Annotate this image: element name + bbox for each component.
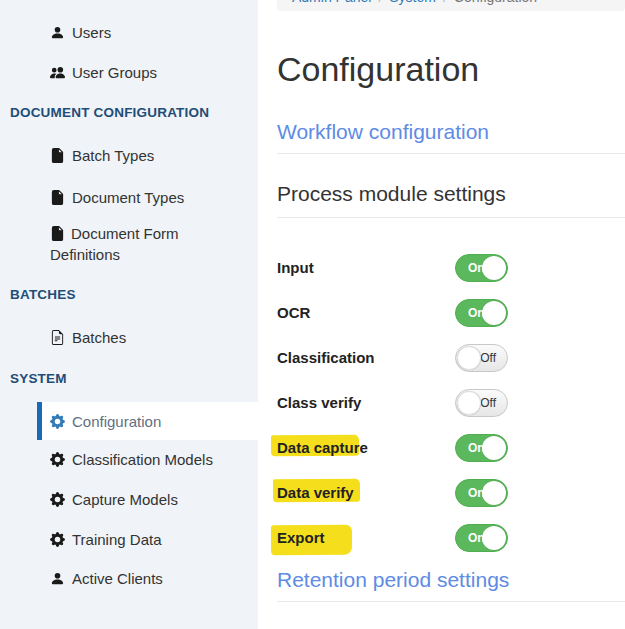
sidebar-item-label: Configuration bbox=[72, 413, 161, 430]
sidebar-item-user-groups[interactable]: User Groups bbox=[50, 64, 157, 81]
sidebar-section-batches: BATCHES bbox=[10, 287, 76, 302]
ocr-toggle[interactable]: On bbox=[455, 299, 508, 327]
toggle-knob bbox=[482, 301, 506, 325]
user-group-icon bbox=[50, 65, 65, 80]
toggle-row-classification: Classification Off bbox=[277, 335, 625, 380]
user-icon bbox=[50, 25, 65, 40]
toggle-label: Class verify bbox=[277, 394, 361, 411]
sidebar-item-label: Active Clients bbox=[72, 570, 163, 587]
export-toggle[interactable]: On bbox=[455, 524, 508, 552]
sidebar-item-capture-models[interactable]: Capture Models bbox=[50, 491, 178, 508]
document-icon bbox=[50, 190, 65, 205]
toggle-row-class-verify: Class verify Off bbox=[277, 380, 625, 425]
workflow-configuration-link[interactable]: Workflow configuration bbox=[277, 120, 489, 143]
main-content: Configuration Workflow configuration Pro… bbox=[277, 0, 625, 629]
sidebar-item-label: Training Data bbox=[72, 531, 162, 548]
toggle-label: Data verify bbox=[277, 484, 354, 501]
sidebar-item-configuration-active[interactable]: Configuration bbox=[37, 402, 258, 440]
toggle-knob bbox=[482, 481, 506, 505]
document-icon bbox=[50, 226, 65, 241]
classification-toggle[interactable]: Off bbox=[455, 344, 508, 372]
toggle-label: Export bbox=[277, 529, 325, 546]
process-module-settings-title: Process module settings bbox=[277, 182, 506, 205]
gear-icon bbox=[50, 492, 65, 507]
toggle-label: Input bbox=[277, 259, 314, 276]
workflow-configuration-section: Workflow configuration bbox=[277, 120, 625, 154]
toggle-knob bbox=[482, 256, 506, 280]
sidebar-item-document-types[interactable]: Document Types bbox=[50, 189, 184, 206]
sidebar: Users User Groups DOCUMENT CONFIGURATION… bbox=[0, 0, 258, 629]
toggle-knob bbox=[482, 526, 506, 550]
gear-icon bbox=[50, 452, 65, 467]
toggle-row-input: Input On bbox=[277, 245, 625, 290]
sidebar-item-users[interactable]: Users bbox=[50, 24, 111, 41]
sidebar-item-batches[interactable]: Batches bbox=[50, 329, 126, 346]
toggle-knob bbox=[457, 346, 481, 370]
sidebar-section-document-configuration: DOCUMENT CONFIGURATION bbox=[10, 105, 209, 120]
toggle-knob bbox=[482, 436, 506, 460]
retention-period-settings-link[interactable]: Retention period settings bbox=[277, 568, 509, 591]
toggle-label: OCR bbox=[277, 304, 310, 321]
input-toggle[interactable]: On bbox=[455, 254, 508, 282]
sidebar-item-label: Users bbox=[72, 24, 111, 41]
process-module-toggle-list: Input On OCR On Classification Off Class… bbox=[277, 245, 625, 560]
sidebar-item-document-form-definitions[interactable]: Document Form Definitions bbox=[50, 223, 222, 265]
sidebar-item-label: Capture Models bbox=[72, 491, 178, 508]
page-title: Configuration bbox=[277, 50, 479, 89]
toggle-row-data-verify: Data verify On bbox=[277, 470, 625, 515]
sidebar-item-batch-types[interactable]: Batch Types bbox=[50, 147, 154, 164]
sidebar-item-label: Batch Types bbox=[72, 147, 154, 164]
class-verify-toggle[interactable]: Off bbox=[455, 389, 508, 417]
process-module-settings-section: Process module settings bbox=[277, 182, 625, 218]
sidebar-item-training-data[interactable]: Training Data bbox=[50, 531, 162, 548]
toggle-state-label: Off bbox=[480, 351, 496, 365]
sidebar-section-system: SYSTEM bbox=[10, 371, 67, 386]
data-capture-toggle[interactable]: On bbox=[455, 434, 508, 462]
gear-icon bbox=[50, 532, 65, 547]
document-icon bbox=[50, 148, 65, 163]
sidebar-item-label: Classification Models bbox=[72, 451, 213, 468]
sidebar-item-label: Document Form Definitions bbox=[50, 225, 179, 263]
toggle-label: Classification bbox=[277, 349, 375, 366]
user-icon bbox=[50, 571, 65, 586]
sidebar-item-classification-models[interactable]: Classification Models bbox=[50, 451, 213, 468]
data-verify-toggle[interactable]: On bbox=[455, 479, 508, 507]
sidebar-item-label: Document Types bbox=[72, 189, 184, 206]
toggle-row-export: Export On bbox=[277, 515, 625, 560]
retention-period-settings-section: Retention period settings bbox=[277, 568, 625, 602]
sidebar-item-label: Batches bbox=[72, 329, 126, 346]
toggle-row-data-capture: Data capture On bbox=[277, 425, 625, 470]
gear-icon bbox=[50, 414, 65, 429]
toggle-label: Data capture bbox=[277, 439, 368, 456]
sidebar-item-active-clients[interactable]: Active Clients bbox=[50, 570, 163, 587]
toggle-state-label: Off bbox=[480, 396, 496, 410]
sidebar-item-label: User Groups bbox=[72, 64, 157, 81]
toggle-knob bbox=[457, 391, 481, 415]
toggle-row-ocr: OCR On bbox=[277, 290, 625, 335]
document-outline-icon bbox=[50, 330, 65, 345]
